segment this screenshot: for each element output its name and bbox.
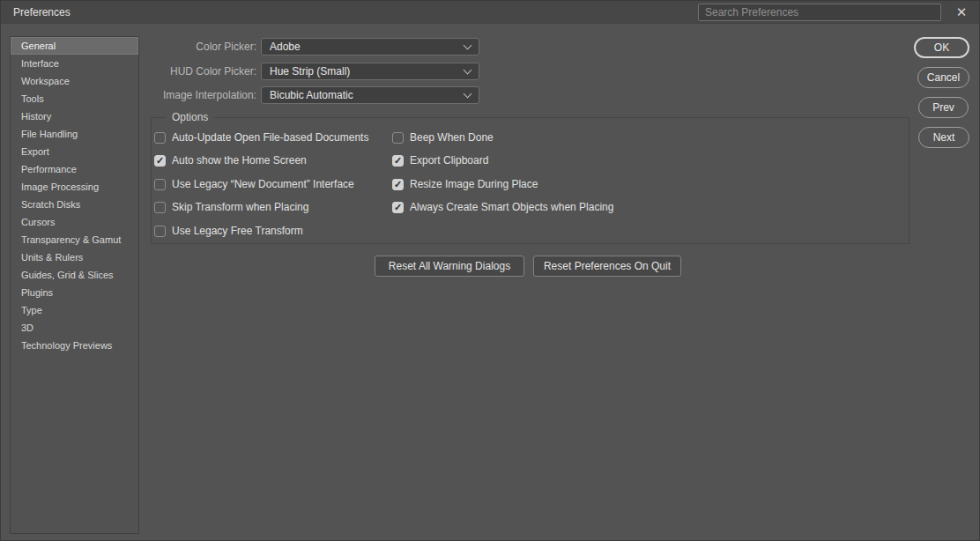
- checkbox-legacy-free-transform[interactable]: Use Legacy Free Transform: [154, 224, 303, 238]
- image-interpolation-select[interactable]: Bicubic Automatic: [261, 86, 479, 104]
- hud-color-picker-value: Hue Strip (Small): [262, 63, 464, 79]
- checkbox-icon[interactable]: [392, 132, 404, 144]
- checkbox-label: Resize Image During Place: [410, 178, 538, 190]
- dialog-title: Preferences: [13, 1, 71, 24]
- checkbox-auto-update-open-documents[interactable]: Auto-Update Open File-based Documents: [154, 130, 368, 145]
- checkbox-legacy-new-document[interactable]: Use Legacy “New Document” Interface: [154, 177, 354, 191]
- sidebar-item-file-handling[interactable]: File Handling: [11, 125, 138, 143]
- chevron-down-icon: [464, 65, 472, 74]
- image-interpolation-label: Image Interpolation:: [36, 86, 256, 104]
- sidebar-item-scratch-disks[interactable]: Scratch Disks: [11, 196, 138, 213]
- checkbox-label: Always Create Smart Objects when Placing: [410, 201, 613, 213]
- sidebar-item-performance[interactable]: Performance: [11, 160, 138, 178]
- next-button[interactable]: Next: [918, 127, 969, 148]
- search-input[interactable]: [698, 4, 941, 21]
- sidebar-item-cursors[interactable]: Cursors: [11, 213, 138, 231]
- checkbox-icon[interactable]: [154, 202, 166, 213]
- sidebar-item-history[interactable]: History: [11, 107, 138, 125]
- checkbox-label: Use Legacy Free Transform: [172, 225, 303, 237]
- sidebar-item-type[interactable]: Type: [11, 301, 138, 319]
- color-picker-label: Color Picker:: [36, 38, 256, 56]
- checkbox-export-clipboard[interactable]: Export Clipboard: [392, 153, 488, 167]
- color-picker-value: Adobe: [262, 39, 464, 55]
- checkbox-label: Export Clipboard: [410, 154, 488, 167]
- checkbox-icon[interactable]: [392, 202, 404, 213]
- sidebar-item-guides-grid-slices[interactable]: Guides, Grid & Slices: [11, 266, 138, 284]
- checkbox-icon[interactable]: [392, 155, 404, 167]
- cancel-button[interactable]: Cancel: [917, 67, 969, 88]
- preferences-category-list: General Interface Workspace Tools Histor…: [10, 36, 139, 534]
- checkbox-label: Skip Transform when Placing: [172, 201, 308, 213]
- checkbox-label: Auto show the Home Screen: [172, 154, 307, 167]
- checkbox-label: Beep When Done: [410, 131, 494, 144]
- checkbox-always-create-smart-objects[interactable]: Always Create Smart Objects when Placing: [392, 200, 613, 214]
- checkbox-icon[interactable]: [154, 179, 166, 190]
- checkbox-label: Use Legacy “New Document” Interface: [172, 178, 354, 190]
- checkbox-icon[interactable]: [154, 155, 166, 167]
- sidebar-item-image-processing[interactable]: Image Processing: [11, 178, 138, 196]
- prev-button[interactable]: Prev: [918, 97, 969, 118]
- reset-preferences-on-quit-button[interactable]: Reset Preferences On Quit: [533, 256, 681, 277]
- chevron-down-icon: [464, 89, 472, 98]
- hud-color-picker-label: HUD Color Picker:: [36, 63, 256, 80]
- checkbox-icon[interactable]: [392, 179, 404, 190]
- ok-button[interactable]: OK: [914, 37, 969, 58]
- sidebar-item-transparency-gamut[interactable]: Transparency & Gamut: [11, 231, 138, 248]
- reset-warning-dialogs-button[interactable]: Reset All Warning Dialogs: [375, 256, 524, 277]
- sidebar-item-3d[interactable]: 3D: [11, 319, 138, 337]
- checkbox-label: Auto-Update Open File-based Documents: [172, 131, 368, 144]
- options-group-legend: Options: [166, 111, 214, 124]
- close-icon[interactable]: ✕: [949, 1, 974, 24]
- sidebar-item-technology-previews[interactable]: Technology Previews: [11, 337, 138, 354]
- checkbox-icon[interactable]: [154, 132, 166, 144]
- hud-color-picker-select[interactable]: Hue Strip (Small): [261, 63, 479, 80]
- color-picker-select[interactable]: Adobe: [261, 38, 479, 56]
- sidebar-item-units-rulers[interactable]: Units & Rulers: [11, 248, 138, 266]
- checkbox-skip-transform-placing[interactable]: Skip Transform when Placing: [154, 200, 308, 214]
- sidebar-item-plugins[interactable]: Plugins: [11, 284, 138, 301]
- checkbox-beep-when-done[interactable]: Beep When Done: [392, 130, 494, 145]
- titlebar: Preferences ✕: [1, 1, 979, 24]
- chevron-down-icon: [464, 41, 472, 49]
- image-interpolation-value: Bicubic Automatic: [262, 87, 464, 103]
- checkbox-resize-image-during-place[interactable]: Resize Image During Place: [392, 177, 538, 191]
- checkbox-auto-show-home-screen[interactable]: Auto show the Home Screen: [154, 153, 307, 167]
- checkbox-icon[interactable]: [154, 226, 166, 237]
- sidebar-item-export[interactable]: Export: [11, 143, 138, 160]
